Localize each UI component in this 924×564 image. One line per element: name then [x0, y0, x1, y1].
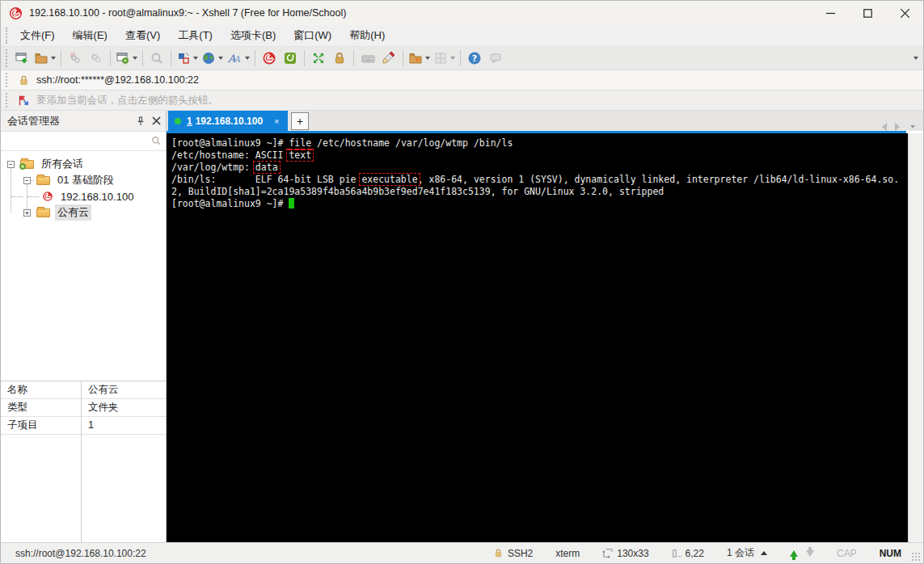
lock-screen-icon — [332, 51, 347, 65]
disconnect-button[interactable] — [65, 48, 86, 68]
open-folder-dropdown[interactable] — [51, 57, 56, 60]
tab-scroll-right-icon[interactable] — [895, 123, 900, 131]
pin-icon[interactable] — [136, 116, 146, 126]
folder-gear-icon — [20, 160, 34, 169]
new-folder-dropdown[interactable] — [425, 57, 430, 60]
font-dropdown[interactable] — [245, 57, 250, 60]
session-manager-title: 会话管理器 — [7, 114, 60, 128]
session-properties-button[interactable] — [114, 48, 139, 68]
menu-file[interactable]: 文件(F) — [11, 25, 64, 46]
tile-grid-dropdown[interactable] — [450, 57, 455, 60]
terminal-cursor — [289, 198, 294, 208]
menubar-gripper[interactable] — [6, 27, 10, 44]
session-properties-dropdown[interactable] — [133, 57, 137, 60]
annotated-word-executable: executable — [361, 174, 417, 185]
feedback-button[interactable] — [485, 48, 506, 68]
menu-view[interactable]: 查看(V) — [116, 25, 169, 46]
annotated-word-text: text — [289, 149, 311, 161]
address-url[interactable]: ssh://root:******@192.168.10.100:22 — [36, 74, 199, 86]
reconnect-button[interactable] — [86, 48, 107, 68]
find-button[interactable] — [146, 48, 167, 68]
collapse-icon[interactable]: − — [23, 177, 31, 184]
open-folder-icon — [34, 51, 49, 65]
help-button[interactable]: ? — [464, 48, 485, 68]
scroll-up-icon[interactable] — [790, 550, 798, 557]
close-button[interactable] — [886, 1, 923, 25]
session-properties-icon — [116, 51, 130, 65]
window-resize-grip[interactable] — [911, 552, 921, 562]
tree-item-session-host[interactable]: 192.168.10.100 — [1, 188, 166, 204]
virtual-keyboard-button[interactable] — [357, 48, 378, 68]
fullscreen-button[interactable] — [308, 48, 329, 68]
reconnect-icon — [89, 51, 103, 65]
annotated-word-file: file — [289, 137, 311, 149]
folder-icon — [36, 208, 50, 217]
encoding-dropdown[interactable] — [218, 57, 223, 60]
session-search — [1, 132, 166, 151]
annotated-word-data: data — [255, 162, 278, 173]
toolbar-gripper[interactable] — [6, 49, 10, 67]
scroll-buttons — [778, 550, 825, 557]
session-count-dropdown[interactable]: 1 会话 — [715, 546, 778, 560]
encoding-button[interactable] — [200, 48, 225, 68]
lock-screen-button[interactable] — [329, 48, 350, 68]
infobar-gripper[interactable] — [6, 93, 10, 107]
compose-pane-button[interactable] — [175, 48, 200, 68]
terminal-type-indicator: xterm — [544, 548, 591, 559]
tree-item-all-sessions[interactable]: − 所有会话 — [1, 156, 166, 172]
terminal-scrollbar[interactable] — [908, 133, 923, 542]
help-icon: ? — [467, 51, 482, 65]
new-tab-button[interactable]: + — [291, 112, 309, 130]
panel-close-icon[interactable] — [152, 116, 161, 125]
infobar-hint: 要添加当前会话，点击左侧的箭头按钮。 — [36, 94, 218, 107]
num-lock-indicator: NUM — [868, 548, 906, 559]
terminal-screen[interactable]: [root@almalinux9 ~]# file /etc/hostname … — [167, 133, 908, 542]
tab-close-icon[interactable]: × — [274, 116, 279, 126]
prop-key-children: 子项目 — [1, 417, 81, 435]
new-folder-button[interactable] — [407, 48, 432, 68]
terminal-prompt-line: [root@almalinux9 ~]# — [171, 198, 908, 210]
xshell-tool-button[interactable] — [259, 48, 280, 68]
tile-grid-button[interactable] — [432, 48, 457, 68]
tab-scroll-left-icon[interactable] — [882, 123, 887, 131]
encoding-globe-icon — [201, 51, 216, 65]
menu-edit[interactable]: 编辑(E) — [64, 25, 116, 46]
tab-session-1[interactable]: 1 192.168.10.100 × — [168, 111, 288, 131]
terminal-size-indicator: 130x33 — [591, 548, 660, 559]
prop-value-type: 文件夹 — [82, 399, 166, 417]
property-grid: 名称 类型 子项目 公有云 文件夹 1 — [1, 381, 166, 542]
tree-item-public-cloud[interactable]: + 公有云 — [1, 204, 166, 221]
toolbar-overflow-dropdown[interactable] — [913, 57, 918, 60]
menu-help[interactable]: 帮助(H) — [340, 25, 394, 46]
terminal-line: /bin/ls: ELF 64-bit LSB pie executable, … — [171, 174, 908, 186]
tab-list-dropdown[interactable] — [910, 125, 915, 128]
addressbar-gripper[interactable] — [6, 73, 10, 87]
virtual-keyboard-icon — [361, 51, 376, 65]
search-icon[interactable] — [150, 135, 162, 146]
feedback-icon — [488, 51, 503, 65]
tab-number: 1 — [187, 116, 192, 127]
highlighter-button[interactable] — [378, 48, 399, 68]
terminal-line: [root@almalinux9 ~]# file /etc/hostname … — [171, 137, 908, 149]
menu-window[interactable]: 窗口(W) — [285, 25, 340, 46]
new-session-button[interactable] — [11, 48, 32, 68]
menubar: 文件(F) 编辑(E) 查看(V) 工具(T) 选项卡(B) 窗口(W) 帮助(… — [1, 25, 923, 47]
scroll-down-icon[interactable] — [806, 550, 814, 557]
open-session-folder-button[interactable] — [32, 48, 57, 68]
collapse-icon[interactable]: − — [7, 161, 15, 168]
new-session-icon — [15, 51, 29, 65]
menu-tools[interactable]: 工具(T) — [169, 25, 222, 46]
xftp-tool-button[interactable] — [280, 48, 301, 68]
svg-text:?: ? — [472, 53, 477, 64]
tree-item-stage01[interactable]: − 01 基础阶段 — [1, 172, 166, 188]
font-button[interactable]: A A — [225, 48, 251, 68]
expand-icon[interactable]: + — [23, 209, 31, 217]
minimize-button[interactable] — [812, 1, 849, 25]
maximize-button[interactable] — [849, 1, 886, 25]
compose-pane-dropdown[interactable] — [193, 57, 198, 60]
statusbar: ssh://root@192.168.10.100:22 SSH2 xterm … — [1, 542, 923, 563]
menu-tabs[interactable]: 选项卡(B) — [222, 25, 285, 46]
add-session-arrow-icon[interactable] — [18, 95, 30, 107]
window-title: 192.168.10.100 - root@almalinux9:~ - Xsh… — [29, 7, 346, 19]
session-search-input[interactable] — [4, 133, 146, 149]
